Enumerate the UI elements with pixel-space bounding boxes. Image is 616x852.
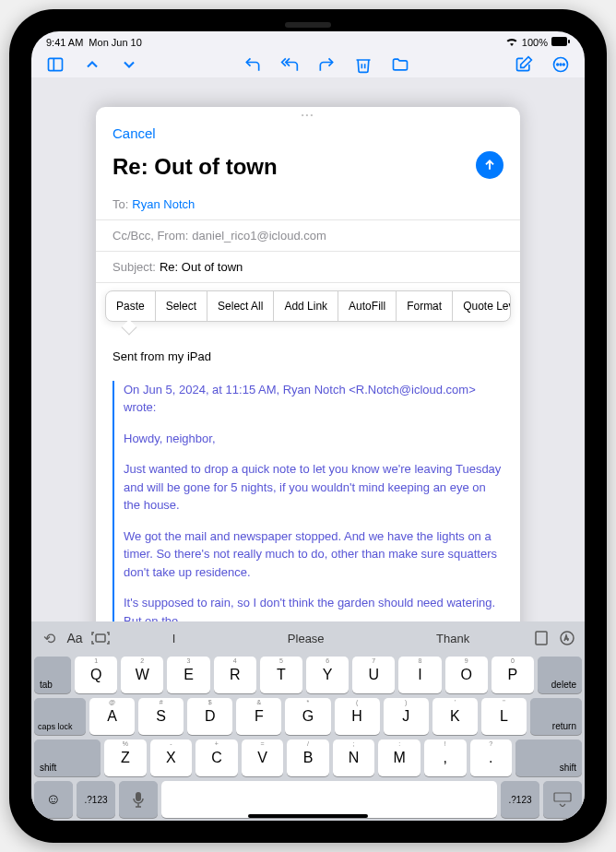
key-u[interactable]: U7 [352, 657, 395, 693]
ccbcc-field[interactable]: Cc/Bcc, From: daniel_rico1@icloud.com [96, 220, 520, 252]
status-time: 9:41 AM [46, 37, 83, 48]
svg-point-5 [557, 64, 559, 65]
key-x[interactable]: X- [150, 740, 193, 776]
key-c[interactable]: C+ [195, 740, 238, 776]
key-s[interactable]: S# [138, 698, 184, 735]
quote-p2: We got the mail and newspaper stopped. A… [124, 527, 503, 582]
svg-rect-2 [49, 58, 63, 70]
key-a[interactable]: A@ [89, 698, 135, 735]
compose-icon[interactable] [513, 53, 535, 76]
keyboard-row-2: caps lock A@S#D$F&G*H(J)K'L"return [34, 698, 582, 735]
svg-rect-0 [551, 37, 567, 46]
reply-icon[interactable] [242, 53, 264, 76]
trash-icon[interactable] [352, 53, 374, 76]
cancel-button[interactable]: Cancel [113, 125, 156, 141]
key-i[interactable]: I8 [398, 657, 441, 693]
screen: 9:41 AM Mon Jun 10 100% [31, 31, 585, 821]
key-l[interactable]: L" [481, 698, 527, 735]
key-q[interactable]: Q1 [75, 657, 117, 693]
send-button[interactable] [476, 151, 503, 179]
forward-icon[interactable] [315, 53, 338, 76]
context-paste[interactable]: Paste [106, 291, 156, 321]
key-caps-lock[interactable]: caps lock [34, 698, 86, 735]
svg-rect-1 [568, 40, 570, 43]
key-t[interactable]: T5 [260, 657, 302, 693]
keyboard-row-4: ☺ .?123 .?123 [34, 781, 582, 818]
text-format-button[interactable]: Aa [65, 628, 85, 648]
context-autofill[interactable]: AutoFill [338, 291, 397, 321]
key-emoji[interactable]: ☺ [34, 781, 73, 818]
key-b[interactable]: B/ [287, 740, 329, 776]
key-w[interactable]: W2 [121, 657, 163, 693]
key-,[interactable]: ,! [424, 740, 467, 776]
context-add-link[interactable]: Add Link [274, 291, 338, 321]
key-space[interactable] [161, 781, 497, 818]
key-y[interactable]: Y6 [306, 657, 349, 693]
key-delete[interactable]: delete [538, 657, 582, 693]
camera-notch [285, 22, 331, 28]
mail-toolbar [31, 50, 585, 81]
key-v[interactable]: V= [242, 740, 284, 776]
reply-all-icon[interactable] [278, 53, 301, 76]
suggestion-2[interactable]: Please [269, 628, 343, 649]
to-label: To: [113, 197, 128, 211]
key-d[interactable]: D$ [187, 698, 232, 735]
compose-title: Re: Out of town [96, 148, 520, 189]
home-indicator[interactable] [248, 814, 368, 818]
key-k[interactable]: K' [432, 698, 478, 735]
key-dismiss-keyboard-icon[interactable] [543, 781, 582, 818]
context-format[interactable]: Format [397, 291, 453, 321]
key-z[interactable]: Z% [104, 740, 147, 776]
key-h[interactable]: H( [335, 698, 380, 735]
suggestion-1[interactable]: I [154, 628, 195, 649]
key-mic-icon[interactable] [119, 781, 158, 818]
context-quote-level[interactable]: Quote Level [453, 291, 511, 321]
context-select[interactable]: Select [156, 291, 207, 321]
quote-greeting: Howdy, neighbor, [124, 430, 503, 448]
quote-p1: Just wanted to drop a quick note to let … [124, 460, 503, 515]
to-field[interactable]: To: Ryan Notch [96, 189, 520, 220]
attachment-icon[interactable] [531, 628, 551, 648]
svg-rect-10 [536, 632, 547, 645]
markup-icon[interactable] [557, 628, 577, 648]
context-select-all[interactable]: Select All [207, 291, 274, 321]
sidebar-toggle-icon[interactable] [44, 53, 66, 76]
battery-percent: 100% [522, 37, 548, 48]
svg-rect-12 [136, 792, 141, 801]
chevron-down-icon[interactable] [118, 53, 140, 76]
suggestion-3[interactable]: Thank [418, 628, 488, 649]
chevron-up-icon[interactable] [81, 53, 103, 76]
battery-icon [551, 37, 570, 48]
keyboard: ⟲ Aa I Please Thank tab [31, 621, 585, 821]
key-p[interactable]: P0 [492, 657, 534, 693]
wifi-icon [505, 37, 518, 48]
more-icon[interactable] [550, 53, 572, 76]
key-numeric-right[interactable]: .?123 [501, 781, 539, 818]
scan-text-icon[interactable] [90, 628, 111, 648]
key-m[interactable]: M: [378, 740, 421, 776]
svg-rect-9 [96, 634, 105, 642]
svg-point-6 [560, 64, 562, 65]
key-shift-right[interactable]: shift [515, 740, 582, 776]
key-r[interactable]: R4 [214, 657, 256, 693]
key-numeric-left[interactable]: .?123 [77, 781, 115, 818]
context-menu: Paste Select Select All Add Link AutoFil… [96, 283, 520, 329]
key-tab[interactable]: tab [34, 657, 71, 693]
key-g[interactable]: G* [285, 698, 330, 735]
key-.[interactable]: .? [470, 740, 513, 776]
key-return[interactable]: return [530, 698, 582, 735]
status-bar: 9:41 AM Mon Jun 10 100% [31, 31, 585, 50]
signature: Sent from my iPad [113, 348, 503, 366]
undo-icon[interactable]: ⟲ [39, 628, 59, 648]
subject-field[interactable]: Subject: Re: Out of town [96, 252, 520, 283]
folder-icon[interactable] [389, 53, 411, 76]
key-shift-left[interactable]: shift [34, 740, 101, 776]
key-f[interactable]: F& [236, 698, 281, 735]
key-e[interactable]: E3 [167, 657, 209, 693]
quote-header: On Jun 5, 2024, at 11:15 AM, Ryan Notch … [124, 381, 503, 417]
key-o[interactable]: O9 [445, 657, 488, 693]
ccbcc-value: daniel_rico1@icloud.com [192, 229, 326, 243]
key-n[interactable]: N; [333, 740, 375, 776]
key-j[interactable]: J) [384, 698, 429, 735]
status-date: Mon Jun 10 [89, 37, 141, 48]
